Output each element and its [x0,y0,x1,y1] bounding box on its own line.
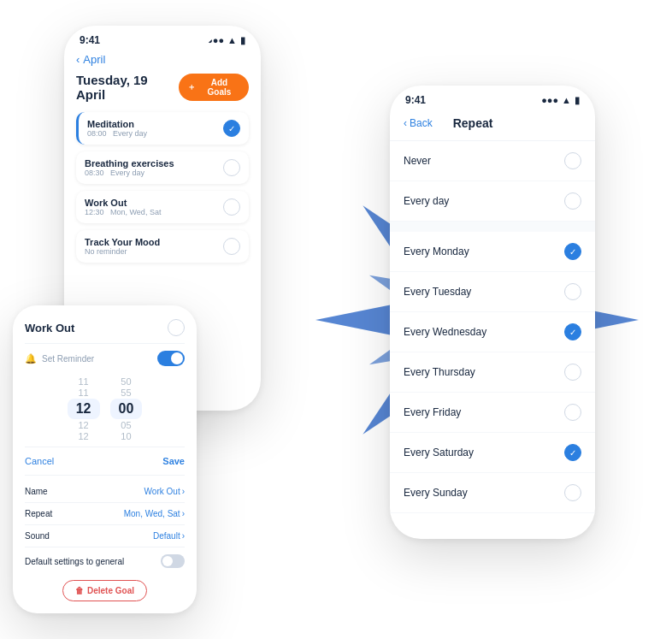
repeat-item-saturday[interactable]: Every Saturday ✓ [390,433,595,473]
goal-name: Meditation [87,119,223,129]
repeat-check-everyday[interactable] [564,192,581,210]
setting-key: Repeat [25,509,52,518]
hour-selected[interactable]: 12 [68,399,100,419]
divider [25,447,185,447]
repeat-label: Every Thursday [404,366,475,378]
repeat-label: Every Saturday [404,447,474,459]
repeat-item-never[interactable]: Never [390,141,595,181]
min-val: 50 [121,376,131,387]
battery-icon: ▮ [240,35,245,46]
default-label: Default settings to general [25,557,124,566]
delete-section: 🗑 Delete Goal [25,575,185,601]
trash-icon: 🗑 [75,586,84,595]
goal-check-meditation[interactable]: ✓ [223,120,240,137]
bell-icon: 🔔 [25,353,37,364]
date-title: Tuesday, 19 April [76,73,179,102]
back-nav-label: April [83,53,105,66]
repeat-check-friday[interactable] [564,404,581,421]
wifi-icon: ▲ [227,35,237,45]
detail-header: Work Out [25,314,185,344]
phone-notch-repeat [441,86,544,104]
repeat-item-wednesday[interactable]: Every Wednesday ✓ [390,312,595,352]
back-button-repeat[interactable]: ‹ Back [404,117,433,129]
repeat-label: Every Friday [404,406,461,418]
repeat-check-wednesday[interactable]: ✓ [564,323,581,340]
repeat-check-never[interactable] [564,152,581,169]
repeat-check-saturday[interactable]: ✓ [564,444,581,461]
goal-name: Track Your Mood [85,237,223,247]
repeat-item-everyday[interactable]: Every day [390,181,595,222]
default-toggle[interactable] [161,554,185,568]
goal-check-workout[interactable] [223,198,240,216]
wifi-icon: ▲ [562,95,571,105]
chevron-right-icon: › [182,487,185,496]
save-button[interactable]: Save [162,456,185,466]
repeat-item-sunday[interactable]: Every Sunday [390,473,595,513]
goal-name: Breathing exercises [85,158,223,169]
battery-icon: ▮ [575,95,580,106]
chevron-right-icon: › [182,509,185,518]
repeat-label: Every Tuesday [404,286,471,298]
delete-goal-button[interactable]: 🗑 Delete Goal [62,580,147,601]
setting-key: Name [25,487,48,496]
goal-time: 12:30 Mon, Wed, Sat [85,208,223,216]
setting-value: Work Out › [144,487,185,496]
repeat-item-thursday[interactable]: Every Thursday [390,352,595,393]
min-val: 55 [121,388,131,398]
back-nav-april[interactable]: ‹ April [76,50,249,73]
repeat-item-monday[interactable]: Every Monday ✓ [390,232,595,272]
repeat-label: Every day [404,195,449,207]
goal-check-breathing[interactable] [223,159,240,176]
setting-value: Default › [153,531,185,541]
hour-column: 11 11 12 12 12 [68,376,100,441]
goal-item-meditation[interactable]: Meditation 08:00 Every day ✓ [76,112,249,145]
add-goals-button[interactable]: ＋ Add Goals [179,74,249,101]
add-goals-label: Add Goals [198,78,240,97]
setting-repeat[interactable]: Repeat Mon, Wed, Sat › [25,503,185,525]
min-val: 10 [121,431,131,441]
min-val: 05 [121,420,131,430]
default-row: Default settings to general [25,547,185,575]
repeat-title: Repeat [453,116,493,130]
setting-value: Mon, Wed, Sat › [124,509,185,518]
status-icons-repeat: ●●● ▲ ▮ [541,95,580,106]
setting-sound[interactable]: Sound Default › [25,525,185,547]
setting-key: Sound [25,531,50,541]
plus-icon: ＋ [187,81,196,93]
repeat-label: Every Monday [404,246,469,257]
repeat-label: Every Sunday [404,487,468,499]
repeat-check-sunday[interactable] [564,484,581,501]
back-label: Back [410,117,433,129]
cancel-button[interactable]: Cancel [25,456,54,466]
repeat-item-friday[interactable]: Every Friday [390,393,595,433]
repeat-spacer [390,222,595,232]
phone-repeat: 9:41 ●●● ▲ ▮ ‹ Back Repeat Never Every d… [390,86,595,539]
repeat-header: ‹ Back Repeat [390,109,595,141]
reminder-row: 🔔 Set Reminder [25,344,185,373]
setting-name[interactable]: Name Work Out › [25,481,185,503]
hour-val: 11 [78,388,88,398]
detail-title: Work Out [25,322,74,334]
goal-item-workout[interactable]: Work Out 12:30 Mon, Wed, Sat [76,191,249,223]
date-header: Tuesday, 19 April ＋ Add Goals [76,73,249,102]
goal-check-mood[interactable] [223,238,240,255]
signal-icon: ●●● [541,95,558,105]
reminder-toggle[interactable] [157,351,185,366]
repeat-check-tuesday[interactable] [564,283,581,300]
repeat-check-monday[interactable]: ✓ [564,243,581,260]
hour-val: 12 [78,431,88,441]
action-row: Cancel Save [25,453,185,470]
repeat-check-thursday[interactable] [564,364,581,381]
hour-val: 12 [78,420,88,430]
min-selected[interactable]: 00 [110,399,143,419]
minute-column: 50 55 00 05 10 [110,376,143,441]
repeat-item-tuesday[interactable]: Every Tuesday [390,272,595,312]
goal-time: No reminder [85,247,223,256]
repeat-label: Every Wednesday [404,326,486,338]
repeat-label: Never [404,155,431,167]
goal-name: Work Out [85,198,223,208]
detail-check[interactable] [168,319,185,336]
goal-item-mood[interactable]: Track Your Mood No reminder [76,230,249,263]
delete-label: Delete Goal [87,586,134,595]
goal-item-breathing[interactable]: Breathing exercises 08:30 Every day [76,151,249,184]
